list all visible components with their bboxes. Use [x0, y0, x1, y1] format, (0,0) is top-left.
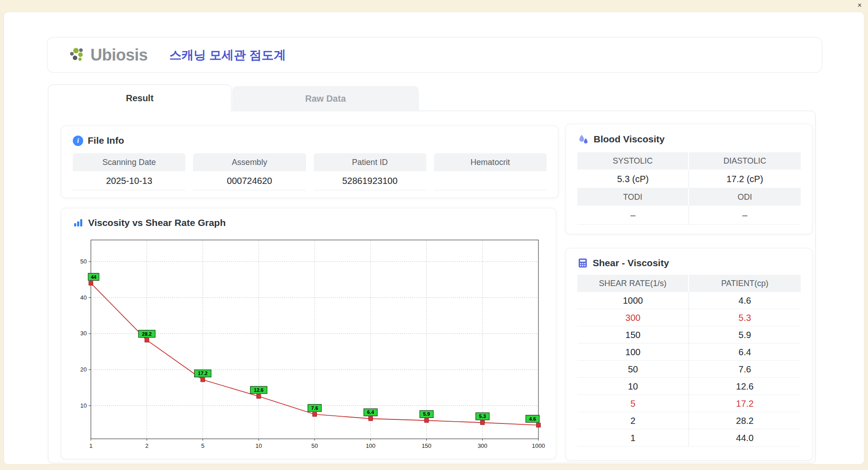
bv-value-row-2: – – [577, 206, 801, 225]
field-value [434, 171, 547, 190]
svg-text:17.2: 17.2 [198, 371, 208, 376]
field-patient-id: Patient ID 52861923100 [314, 153, 426, 190]
page-title: 스캐닝 모세관 점도계 [170, 47, 286, 63]
svg-text:100: 100 [366, 442, 376, 449]
blood-viscosity-title-row: Blood Viscosity [577, 133, 801, 145]
logo-dots-icon [68, 47, 87, 63]
table-row: 517.2 [577, 395, 801, 412]
shear-viscosity-title: Shear - Viscosity [593, 258, 669, 268]
field-label: Scanning Date [73, 153, 185, 171]
blood-viscosity-card: Blood Viscosity SYSTOLIC DIASTOLIC 5.3 (… [566, 124, 812, 234]
result-panel: i File Info Scanning Date 2025-10-13 Ass… [48, 111, 816, 463]
shear-viscosity-table: SHEAR RATE(1/s) PATIENT(cp) 10004.63005.… [577, 275, 801, 446]
tab-raw-data[interactable]: Raw Data [232, 86, 419, 110]
odi-value: – [689, 206, 801, 225]
systolic-header: SYSTOLIC [577, 152, 689, 169]
svg-text:28.2: 28.2 [142, 331, 151, 337]
main-panel: Ubiosis 스캐닝 모세관 점도계 Result Raw Data i Fi… [4, 12, 864, 465]
tab-result[interactable]: Result [48, 85, 231, 111]
file-info-fields: Scanning Date 2025-10-13 Assembly 000724… [73, 153, 547, 190]
shear-rate-cell: 300 [577, 309, 689, 326]
shear-rate-cell: 2 [577, 412, 689, 429]
shear-rate-cell: 5 [577, 395, 689, 412]
field-assembly: Assembly 000724620 [193, 153, 306, 190]
table-row: 1505.9 [577, 326, 801, 343]
graph-title-row: Viscosity vs Shear Rate Graph [73, 217, 544, 228]
svg-text:1000: 1000 [532, 442, 545, 449]
blood-viscosity-title: Blood Viscosity [594, 134, 665, 145]
table-row: 228.2 [577, 412, 801, 429]
svg-text:50: 50 [311, 442, 318, 449]
bar-chart-icon [73, 217, 84, 228]
shear-rate-cell: 1 [577, 429, 689, 446]
patient-viscosity-cell: 6.4 [689, 343, 801, 361]
shear-rate-cell: 50 [577, 361, 689, 378]
patient-viscosity-cell: 5.3 [689, 309, 801, 326]
svg-text:1: 1 [89, 442, 92, 449]
file-info-title-row: i File Info [73, 135, 547, 146]
field-hematocrit: Hematocrit [434, 153, 547, 190]
svg-text:7.6: 7.6 [311, 405, 318, 411]
svg-text:10: 10 [255, 442, 262, 449]
svg-text:5: 5 [201, 442, 204, 449]
close-icon[interactable]: × [858, 2, 862, 9]
svg-text:44: 44 [91, 274, 97, 280]
diastolic-value: 17.2 (cP) [689, 169, 801, 188]
table-row: 507.6 [577, 361, 801, 378]
sv-header-row: SHEAR RATE(1/s) PATIENT(cp) [577, 275, 801, 292]
viscosity-chart: 1020304050125105010015030010004428.217.2… [73, 235, 544, 452]
shear-table-body: 10004.63005.31505.91006.4507.61012.6517.… [577, 292, 801, 446]
svg-text:6.4: 6.4 [367, 409, 374, 415]
table-row: 10004.6 [577, 292, 801, 309]
field-label: Hematocrit [434, 153, 547, 171]
titlebar: × [0, 0, 868, 12]
shear-rate-header: SHEAR RATE(1/s) [577, 275, 689, 292]
patient-viscosity-cell: 4.6 [689, 292, 801, 309]
patient-viscosity-cell: 28.2 [689, 412, 801, 429]
svg-text:150: 150 [422, 442, 432, 449]
app-header: Ubiosis 스캐닝 모세관 점도계 [47, 37, 822, 73]
patient-viscosity-cell: 44.0 [689, 429, 801, 446]
table-row: 3005.3 [577, 309, 801, 326]
bv-header-row-1: SYSTOLIC DIASTOLIC [577, 152, 801, 169]
bv-header-row-2: TODI ODI [577, 188, 801, 206]
svg-text:50: 50 [80, 258, 87, 265]
table-row: 144.0 [577, 429, 801, 446]
svg-text:12.6: 12.6 [254, 387, 264, 393]
svg-text:5.3: 5.3 [479, 414, 486, 419]
logo: Ubiosis [68, 46, 148, 65]
graph-card: Viscosity vs Shear Rate Graph 1020304050… [61, 208, 556, 459]
shear-rate-cell: 150 [577, 326, 689, 343]
todi-value: – [577, 206, 689, 225]
droplets-icon [577, 133, 589, 145]
field-value: 52861923100 [314, 171, 426, 190]
svg-text:4.6: 4.6 [529, 416, 536, 422]
file-info-card: i File Info Scanning Date 2025-10-13 Ass… [61, 126, 558, 198]
table-row: 1006.4 [577, 343, 801, 361]
patient-viscosity-cell: 7.6 [689, 361, 801, 378]
field-value: 000724620 [193, 171, 306, 190]
patient-header: PATIENT(cp) [689, 275, 801, 292]
bv-value-row-1: 5.3 (cP) 17.2 (cP) [577, 169, 801, 188]
file-info-title: File Info [88, 135, 124, 146]
logo-text: Ubiosis [90, 46, 148, 65]
shear-viscosity-title-row: Shear - Viscosity [577, 258, 801, 268]
shear-rate-cell: 1000 [577, 292, 689, 309]
systolic-value: 5.3 (cP) [577, 169, 689, 188]
field-label: Patient ID [314, 153, 426, 171]
info-icon: i [73, 136, 83, 146]
table-row: 1012.6 [577, 378, 801, 395]
odi-header: ODI [689, 188, 801, 206]
graph-title: Viscosity vs Shear Rate Graph [88, 217, 226, 228]
svg-text:30: 30 [80, 330, 87, 337]
todi-header: TODI [577, 188, 689, 206]
field-label: Assembly [193, 153, 306, 171]
svg-text:2: 2 [145, 442, 148, 449]
svg-text:5.9: 5.9 [423, 411, 430, 417]
field-scanning-date: Scanning Date 2025-10-13 [73, 153, 185, 190]
svg-text:20: 20 [80, 366, 87, 373]
viscosity-chart-svg: 1020304050125105010015030010004428.217.2… [73, 235, 545, 452]
svg-text:300: 300 [477, 442, 487, 449]
shear-viscosity-card: Shear - Viscosity SHEAR RATE(1/s) PATIEN… [566, 248, 812, 461]
shear-rate-cell: 10 [577, 378, 689, 395]
